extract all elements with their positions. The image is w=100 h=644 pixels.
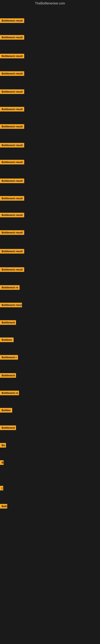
bottleneck-badge-24[interactable]: Bottleneck — [0, 426, 16, 430]
bottleneck-badge-28[interactable]: Bott — [0, 504, 7, 508]
bottleneck-item-2: Bottleneck result — [0, 35, 24, 40]
bottleneck-item-6: Bottleneck result — [0, 107, 24, 112]
bottleneck-badge-12[interactable]: Bottleneck result — [0, 213, 24, 217]
bottleneck-badge-9[interactable]: Bottleneck result — [0, 160, 24, 164]
site-title-container: TheBottlenecker.com — [0, 0, 100, 7]
bottleneck-item-10: Bottleneck result — [0, 178, 24, 184]
bottleneck-item-26: B — [0, 460, 3, 466]
bottleneck-item-21: Bottleneck — [0, 373, 16, 378]
bottleneck-item-23: Bottlen — [0, 408, 12, 413]
bottleneck-item-1: Bottleneck result — [0, 18, 24, 24]
bottleneck-badge-22[interactable]: Bottleneck re — [0, 391, 19, 395]
bottleneck-badge-15[interactable]: Bottleneck result — [0, 267, 24, 272]
bottleneck-badge-4[interactable]: Bottleneck result — [0, 71, 24, 76]
bottleneck-badge-25[interactable]: Bo — [0, 443, 6, 448]
bottleneck-badge-8[interactable]: Bottleneck result — [0, 143, 24, 148]
bottleneck-item-12: Bottleneck result — [0, 213, 24, 218]
bottleneck-item-7: Bottleneck result — [0, 124, 24, 130]
bottleneck-item-28: Bott — [0, 504, 7, 509]
bottleneck-badge-13[interactable]: Bottleneck result — [0, 230, 24, 235]
bottleneck-badge-2[interactable]: Bottleneck result — [0, 35, 24, 40]
bottleneck-item-19: Bottlene — [0, 338, 14, 343]
bottleneck-badge-26[interactable]: B — [0, 460, 3, 465]
bottleneck-badge-27[interactable]: | — [0, 486, 3, 490]
bottleneck-item-15: Bottleneck result — [0, 267, 24, 273]
bottleneck-badge-17[interactable]: Bottleneck resul — [0, 303, 22, 307]
bottleneck-item-24: Bottleneck — [0, 426, 16, 431]
bottleneck-item-3: Bottleneck result — [0, 54, 24, 59]
bottleneck-badge-21[interactable]: Bottleneck — [0, 373, 16, 378]
bottleneck-badge-18[interactable]: Bottleneck — [0, 320, 16, 325]
bottleneck-badge-14[interactable]: Bottleneck result — [0, 249, 24, 254]
bottleneck-item-9: Bottleneck result — [0, 160, 24, 165]
bottleneck-badge-20[interactable]: Bottleneck r — [0, 355, 18, 360]
site-title: TheBottlenecker.com — [35, 0, 65, 7]
bottleneck-badge-6[interactable]: Bottleneck result — [0, 107, 24, 112]
bottleneck-item-11: Bottleneck result — [0, 196, 24, 202]
bottleneck-badge-5[interactable]: Bottleneck result — [0, 89, 24, 94]
bottleneck-badge-10[interactable]: Bottleneck result — [0, 178, 24, 183]
bottleneck-item-4: Bottleneck result — [0, 71, 24, 77]
bottleneck-badge-23[interactable]: Bottlen — [0, 408, 12, 412]
bottleneck-badge-3[interactable]: Bottleneck result — [0, 54, 24, 58]
bottleneck-item-5: Bottleneck result — [0, 89, 24, 95]
bottleneck-badge-1[interactable]: Bottleneck result — [0, 18, 24, 23]
bottleneck-badge-11[interactable]: Bottleneck result — [0, 196, 24, 201]
bottleneck-badge-16[interactable]: Bottleneck re — [0, 285, 20, 290]
bottleneck-item-20: Bottleneck r — [0, 355, 18, 360]
items-container: Bottleneck resultBottleneck resultBottle… — [0, 7, 100, 641]
bottleneck-badge-7[interactable]: Bottleneck result — [0, 124, 24, 129]
bottleneck-badge-19[interactable]: Bottlene — [0, 338, 14, 342]
bottleneck-item-8: Bottleneck result — [0, 143, 24, 148]
bottleneck-item-25: Bo — [0, 443, 6, 448]
bottleneck-item-14: Bottleneck result — [0, 249, 24, 254]
bottleneck-item-17: Bottleneck resul — [0, 303, 22, 308]
bottleneck-item-18: Bottleneck — [0, 320, 16, 326]
bottleneck-item-27: | — [0, 486, 3, 491]
bottleneck-item-13: Bottleneck result — [0, 230, 24, 236]
bottleneck-item-22: Bottleneck re — [0, 391, 19, 396]
bottleneck-item-16: Bottleneck re — [0, 285, 20, 290]
